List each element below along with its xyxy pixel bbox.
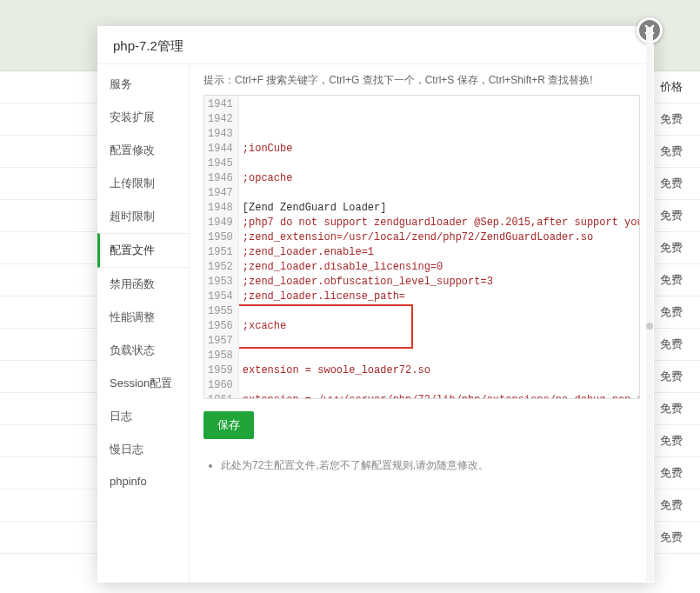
code-line[interactable]: ;zend_loader.license_path= [243,290,636,304]
sidebar-item[interactable]: 超时限制 [97,200,189,233]
modal-sidebar: 服务安装扩展配置修改上传限制超时限制配置文件禁用函数性能调整负载状态Sessio… [97,64,190,583]
sidebar-item[interactable]: 配置文件 [97,233,189,268]
sidebar-item[interactable]: 配置修改 [97,134,189,167]
code-line[interactable] [243,157,636,171]
modal-main: 提示：Ctrl+F 搜索关键字，Ctrl+G 查找下一个，Ctrl+S 保存，C… [190,64,654,583]
config-editor[interactable]: 1941194219431944194519461947194819491950… [203,95,640,399]
code-line[interactable] [243,304,636,319]
code-line[interactable]: ;zend_loader.disable_licensing=0 [243,260,636,275]
code-line[interactable]: ;zend_loader.enable=1 [243,245,636,260]
code-line[interactable]: ;zend_loader.obfuscation_level_support=3 [243,275,636,290]
modal-overlay: php-7.2管理 服务安装扩展配置修改上传限制超时限制配置文件禁用函数性能调整… [0,0,700,593]
code-line[interactable]: ;opcache [243,171,636,186]
code-line[interactable]: ;ionCube [243,142,636,157]
code-line[interactable]: ;xcache [243,319,636,334]
code-line[interactable] [243,186,636,201]
sidebar-item[interactable]: 服务 [97,68,189,101]
code-line[interactable]: extension = /www/server/php/72/lib/php/e… [243,393,636,399]
code-line[interactable]: extension = swoole_loader72.so [243,363,636,378]
sidebar-item[interactable]: 安装扩展 [97,101,189,134]
config-note-list: 此处为72主配置文件,若您不了解配置规则,请勿随意修改。 [203,458,640,473]
sidebar-item[interactable]: 负载状态 [97,334,189,367]
save-button[interactable]: 保存 [203,411,254,439]
sidebar-item[interactable]: phpinfo [97,466,189,496]
code-line[interactable] [243,334,636,349]
sidebar-item[interactable]: 禁用函数 [97,268,189,301]
sidebar-item[interactable]: 慢日志 [97,433,189,466]
config-note: 此处为72主配置文件,若您不了解配置规则,请勿随意修改。 [221,458,640,473]
editor-code[interactable]: ;ionCube;opcache[Zend ZendGuard Loader];… [239,96,639,399]
code-line[interactable]: ;zend_extension=/usr/local/zend/php72/Ze… [243,230,636,245]
code-line[interactable] [243,378,636,393]
modal-title: php-7.2管理 [97,26,654,64]
sidebar-item[interactable]: 上传限制 [97,167,189,200]
editor-hint: 提示：Ctrl+F 搜索关键字，Ctrl+G 查找下一个，Ctrl+S 保存，C… [203,73,640,88]
code-line[interactable]: [Zend ZendGuard Loader] [243,201,636,216]
code-line[interactable] [243,349,636,363]
editor-gutter: 1941194219431944194519461947194819491950… [204,96,239,399]
sidebar-item[interactable]: 日志 [97,400,189,433]
php-manage-modal: php-7.2管理 服务安装扩展配置修改上传限制超时限制配置文件禁用函数性能调整… [97,26,654,583]
code-line[interactable]: ;php7 do not support zendguardloader @Se… [243,216,636,230]
sidebar-item[interactable]: Session配置 [97,367,189,400]
sidebar-item[interactable]: 性能调整 [97,301,189,334]
